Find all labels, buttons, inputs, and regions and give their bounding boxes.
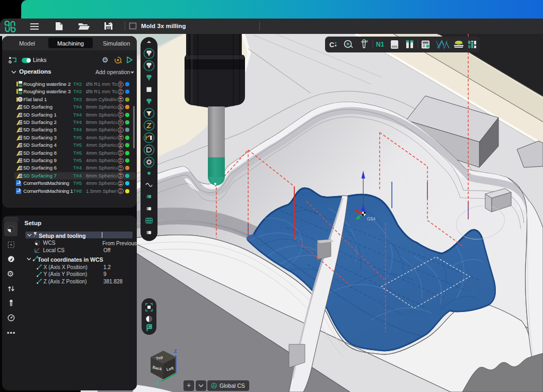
svg-text:N1: N1 <box>376 41 384 48</box>
svg-text:G54: G54 <box>367 216 375 221</box>
svg-text:Z: Z <box>174 349 177 354</box>
svg-text:Y: Y <box>156 381 160 386</box>
svg-text:C: C <box>329 41 335 49</box>
